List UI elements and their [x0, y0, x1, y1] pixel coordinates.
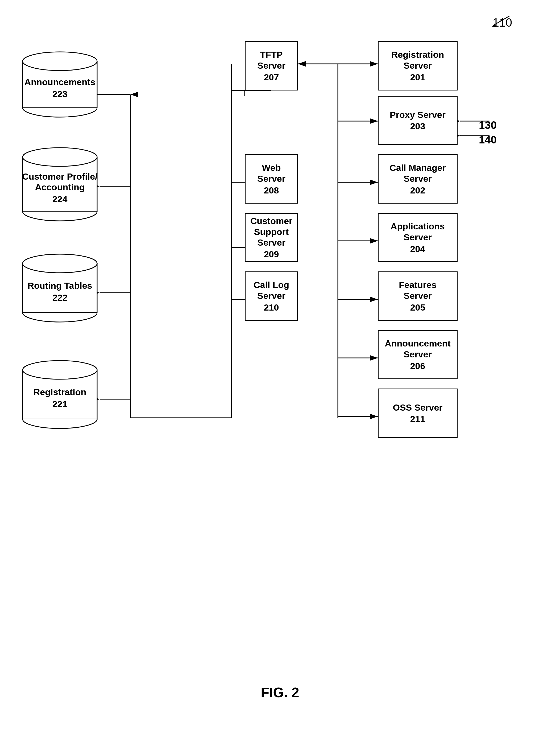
svg-point-30	[22, 52, 97, 71]
svg-text:Registration: Registration	[34, 387, 86, 397]
svg-text:Customer Profile/: Customer Profile/	[22, 171, 98, 181]
svg-text:Routing Tables: Routing Tables	[28, 280, 92, 291]
applications-server-title: ApplicationsServer	[390, 221, 445, 243]
oss-server-number: 211	[410, 414, 425, 424]
call-log-server-title: Call LogServer	[253, 279, 289, 301]
web-server-title: WebServer	[257, 162, 285, 184]
registration-server-title: RegistrationServer	[391, 49, 444, 71]
svg-text:Announcements: Announcements	[25, 77, 95, 87]
tftp-server-box: TFTPServer 207	[245, 41, 298, 90]
customer-profile-cylinder-svg: Customer Profile/ Accounting 224	[21, 141, 98, 224]
oss-server-box: OSS Server 211	[378, 389, 458, 438]
features-server-number: 205	[410, 302, 425, 313]
announcement-server-number: 206	[410, 361, 425, 371]
registration-server-box: RegistrationServer 201	[378, 41, 458, 90]
features-server-box: FeaturesServer 205	[378, 271, 458, 321]
announcements-db: Announcements 223	[21, 45, 98, 120]
call-log-server-number: 210	[264, 302, 279, 313]
customer-support-server-box: CustomerSupportServer 209	[245, 213, 298, 262]
registration-cylinder-svg: Registration 221	[21, 354, 98, 431]
customer-support-server-number: 209	[264, 249, 279, 259]
svg-text:222: 222	[52, 293, 67, 303]
diagram-container: 110	[0, 0, 560, 743]
proxy-server-number: 203	[410, 121, 425, 131]
tftp-server-number: 207	[264, 72, 279, 83]
ref-140-label: 140	[479, 134, 497, 146]
announcement-server-title: AnnouncementServer	[385, 338, 451, 360]
applications-server-box: ApplicationsServer 204	[378, 213, 458, 262]
call-manager-number: 202	[410, 185, 425, 195]
routing-tables-cylinder-svg: Routing Tables 222	[21, 248, 98, 325]
customer-support-server-title: CustomerSupportServer	[250, 216, 293, 248]
proxy-server-title: Proxy Server	[390, 110, 446, 120]
ref-130-label: 130	[479, 119, 497, 131]
web-server-box: WebServer 208	[245, 155, 298, 204]
svg-text:Accounting: Accounting	[35, 182, 85, 192]
svg-point-36	[22, 148, 97, 166]
oss-server-title: OSS Server	[393, 402, 442, 413]
tftp-server-title: TFTPServer	[257, 49, 285, 71]
announcements-cylinder-svg: Announcements 223	[21, 45, 98, 120]
figure-label: FIG. 2	[261, 685, 299, 700]
svg-text:223: 223	[52, 89, 67, 99]
svg-point-49	[22, 361, 97, 379]
announcement-server-box: AnnouncementServer 206	[378, 330, 458, 379]
svg-text:224: 224	[52, 194, 67, 204]
registration-db: Registration 221	[21, 354, 98, 431]
customer-profile-db: Customer Profile/ Accounting 224	[21, 141, 98, 224]
web-server-number: 208	[264, 185, 279, 195]
call-manager-title: Call ManagerServer	[389, 162, 446, 184]
routing-tables-db: Routing Tables 222	[21, 248, 98, 325]
arrow-110-icon	[485, 13, 517, 29]
call-manager-server-box: Call ManagerServer 202	[378, 155, 458, 204]
svg-text:221: 221	[52, 399, 67, 409]
proxy-server-box: Proxy Server 203	[378, 96, 458, 145]
applications-server-number: 204	[410, 244, 425, 254]
registration-server-number: 201	[410, 72, 425, 83]
features-server-title: FeaturesServer	[399, 279, 436, 301]
call-log-server-box: Call LogServer 210	[245, 271, 298, 321]
svg-line-0	[494, 16, 509, 25]
svg-point-43	[22, 254, 97, 273]
